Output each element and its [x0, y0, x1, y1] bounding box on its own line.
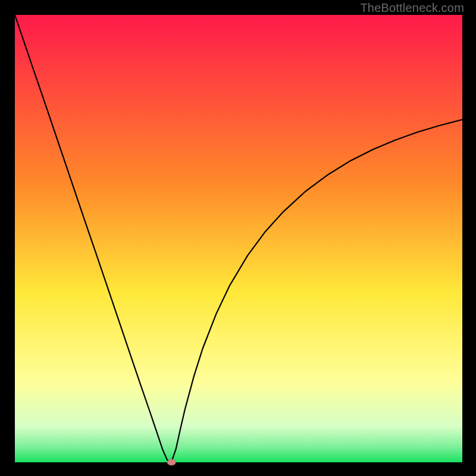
chart-frame: TheBottleneck.com [0, 0, 476, 476]
gradient-background [15, 15, 462, 462]
bottleneck-chart [0, 0, 476, 476]
optimum-marker [167, 459, 176, 465]
watermark-label: TheBottleneck.com [360, 1, 464, 15]
